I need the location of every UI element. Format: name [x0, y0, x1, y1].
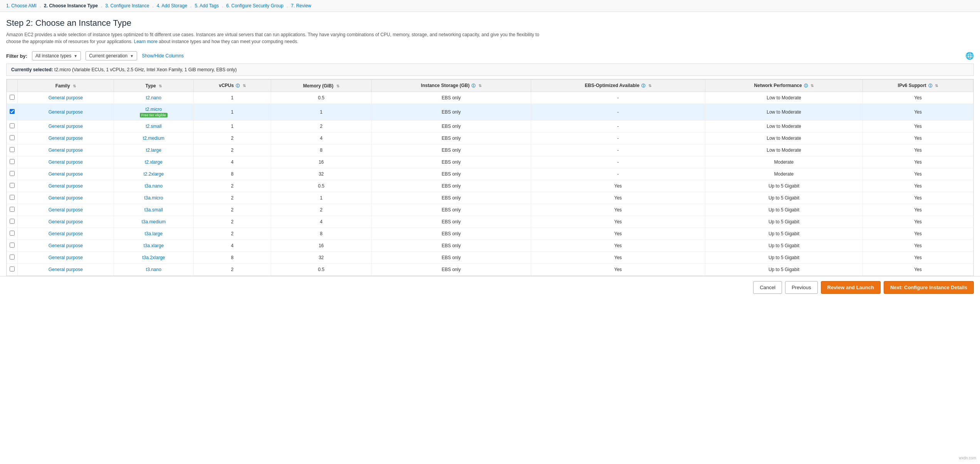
row-checkbox[interactable] [10, 266, 15, 271]
nav-item-add-tags[interactable]: 5. Add Tags [195, 3, 219, 8]
learn-more-link[interactable]: Learn more [134, 39, 158, 44]
row-checkbox[interactable] [10, 159, 15, 164]
row-checkbox-cell[interactable] [7, 156, 18, 168]
row-checkbox[interactable] [10, 219, 15, 224]
nav-item-choose-ami[interactable]: 1. Choose AMI [6, 3, 37, 8]
type-cell[interactable]: t3a.small [114, 204, 193, 216]
current-generation-dropdown[interactable]: Current generation ▼ [86, 51, 137, 60]
row-checkbox[interactable] [10, 109, 15, 114]
network-info-icon[interactable]: ⓘ [804, 84, 808, 88]
table-row[interactable]: General purpose t3a.2xlarge 8 32 EBS onl… [7, 252, 973, 264]
type-cell[interactable]: t2.xlarge [114, 156, 193, 168]
type-cell[interactable]: t2.medium [114, 132, 193, 144]
table-row[interactable]: General purpose t2.large 2 8 EBS only - … [7, 144, 973, 156]
table-row[interactable]: General purpose t3a.small 2 2 EBS only Y… [7, 204, 973, 216]
type-cell[interactable]: t3a.xlarge [114, 240, 193, 252]
type-link[interactable]: t2.large [146, 147, 161, 153]
ebs-info-icon[interactable]: ⓘ [641, 84, 645, 88]
previous-button[interactable]: Previous [785, 281, 818, 294]
row-checkbox-cell[interactable] [7, 132, 18, 144]
table-row[interactable]: General purpose t3a.nano 2 0.5 EBS only … [7, 180, 973, 192]
storage-info-icon[interactable]: ⓘ [472, 84, 475, 88]
type-link[interactable]: t3a.2xlarge [142, 255, 165, 260]
type-link[interactable]: t3a.medium [141, 219, 166, 224]
row-checkbox-cell[interactable] [7, 240, 18, 252]
row-checkbox[interactable] [10, 207, 15, 212]
row-checkbox-cell[interactable] [7, 228, 18, 240]
type-link[interactable]: t2.small [146, 124, 161, 129]
ipv6-column-header[interactable]: IPv6 Support ⓘ ⇅ [863, 80, 973, 92]
table-row[interactable]: General purpose t2.xlarge 4 16 EBS only … [7, 156, 973, 168]
all-instance-types-dropdown[interactable]: All instance types ▼ [32, 51, 81, 60]
show-hide-columns-link[interactable]: Show/Hide Columns [142, 53, 184, 59]
type-column-header[interactable]: Type ⇅ [114, 80, 193, 92]
type-cell[interactable]: t3a.2xlarge [114, 252, 193, 264]
table-row[interactable]: General purpose t3a.xlarge 4 16 EBS only… [7, 240, 973, 252]
type-cell[interactable]: t3a.medium [114, 216, 193, 228]
instance-storage-column-header[interactable]: Instance Storage (GB) ⓘ ⇅ [371, 80, 531, 92]
row-checkbox-cell[interactable] [7, 252, 18, 264]
type-cell[interactable]: t2.nano [114, 92, 193, 104]
vcpus-info-icon[interactable]: ⓘ [236, 84, 240, 88]
table-row[interactable]: General purpose t2.medium 2 4 EBS only -… [7, 132, 973, 144]
row-checkbox[interactable] [10, 135, 15, 140]
table-row[interactable]: General purpose t3.nano 2 0.5 EBS only Y… [7, 264, 973, 276]
row-checkbox[interactable] [10, 123, 15, 128]
type-link[interactable]: t3a.large [144, 231, 163, 236]
table-row[interactable]: General purpose t2.nano 1 0.5 EBS only -… [7, 92, 973, 104]
vcpus-column-header[interactable]: vCPUs ⓘ ⇅ [193, 80, 271, 92]
row-checkbox[interactable] [10, 171, 15, 176]
type-cell[interactable]: t2.2xlarge [114, 168, 193, 180]
type-cell[interactable]: t3a.large [114, 228, 193, 240]
cancel-button[interactable]: Cancel [753, 281, 782, 294]
row-checkbox-cell[interactable] [7, 121, 18, 132]
type-cell[interactable]: t3a.nano [114, 180, 193, 192]
type-link[interactable]: t2.medium [143, 136, 164, 141]
review-and-launch-button[interactable]: Review and Launch [821, 281, 881, 294]
type-link[interactable]: t2.nano [146, 95, 161, 101]
type-link[interactable]: t3.nano [146, 267, 161, 272]
nav-item-review[interactable]: 7. Review [291, 3, 311, 8]
type-link[interactable]: t2.2xlarge [143, 171, 164, 177]
nav-item-configure-security-group[interactable]: 6. Configure Security Group [226, 3, 284, 8]
network-performance-column-header[interactable]: Network Performance ⓘ ⇅ [705, 80, 863, 92]
type-link[interactable]: t2.micro [145, 107, 162, 112]
row-checkbox[interactable] [10, 95, 15, 100]
type-link[interactable]: t3a.small [144, 207, 163, 213]
type-cell[interactable]: t2.small [114, 121, 193, 132]
nav-item-add-storage[interactable]: 4. Add Storage [157, 3, 187, 8]
memory-column-header[interactable]: Memory (GiB) ⇅ [271, 80, 371, 92]
row-checkbox-cell[interactable] [7, 216, 18, 228]
type-cell[interactable]: t3.nano [114, 264, 193, 276]
row-checkbox[interactable] [10, 231, 15, 236]
type-cell[interactable]: t2.large [114, 144, 193, 156]
next-configure-instance-button[interactable]: Next: Configure Instance Details [884, 281, 974, 294]
table-row[interactable]: General purpose t2.small 1 2 EBS only - … [7, 121, 973, 132]
row-checkbox[interactable] [10, 195, 15, 200]
ipv6-info-icon[interactable]: ⓘ [928, 84, 932, 88]
type-cell[interactable]: t2.micro Free tier eligible [114, 104, 193, 121]
type-link[interactable]: t2.xlarge [145, 159, 163, 165]
type-cell[interactable]: t3a.micro [114, 192, 193, 204]
row-checkbox-cell[interactable] [7, 144, 18, 156]
table-row[interactable]: General purpose t3a.micro 2 1 EBS only Y… [7, 192, 973, 204]
table-row[interactable]: General purpose t3a.large 2 8 EBS only Y… [7, 228, 973, 240]
ebs-optimized-column-header[interactable]: EBS-Optimized Available ⓘ ⇅ [531, 80, 705, 92]
family-column-header[interactable]: Family ⇅ [18, 80, 114, 92]
table-row[interactable]: General purpose t2.2xlarge 8 32 EBS only… [7, 168, 973, 180]
row-checkbox-cell[interactable] [7, 192, 18, 204]
row-checkbox-cell[interactable] [7, 204, 18, 216]
row-checkbox-cell[interactable] [7, 104, 18, 121]
row-checkbox-cell[interactable] [7, 168, 18, 180]
type-link[interactable]: t3a.micro [144, 195, 163, 201]
table-row[interactable]: General purpose t3a.medium 2 4 EBS only … [7, 216, 973, 228]
row-checkbox[interactable] [10, 183, 15, 188]
row-checkbox[interactable] [10, 147, 15, 152]
row-checkbox-cell[interactable] [7, 180, 18, 192]
nav-item-choose-instance-type[interactable]: 2. Choose Instance Type [44, 3, 98, 8]
row-checkbox-cell[interactable] [7, 92, 18, 104]
type-link[interactable]: t3a.xlarge [143, 243, 164, 248]
row-checkbox-cell[interactable] [7, 264, 18, 276]
row-checkbox[interactable] [10, 243, 15, 248]
type-link[interactable]: t3a.nano [144, 183, 163, 189]
